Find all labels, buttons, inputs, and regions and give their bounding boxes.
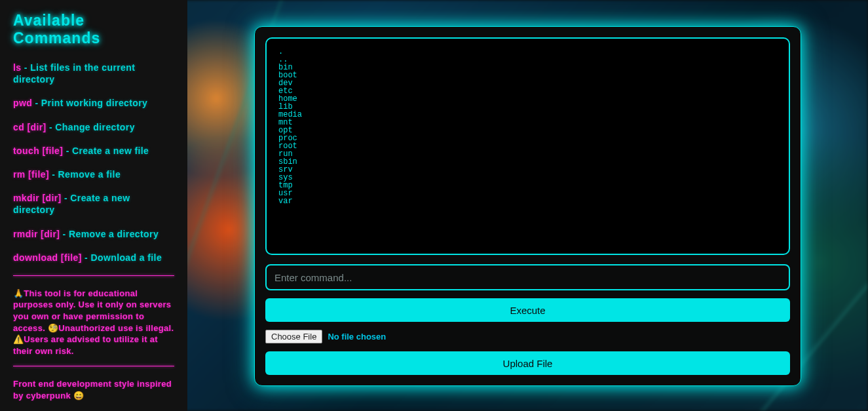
credit-text: Front end development style inspired by … <box>13 378 174 401</box>
command-name: mkdir [dir] <box>13 193 62 203</box>
choose-file-button[interactable]: Choose File <box>265 330 322 343</box>
command-name: pwd <box>13 98 32 108</box>
main-area: . .. bin boot dev etc home lib media mnt… <box>187 0 868 411</box>
file-upload-row: Choose File No file chosen <box>265 330 790 343</box>
command-item: mkdir [dir] - Create a new directory <box>13 192 174 216</box>
command-name: rm [file] <box>13 169 49 180</box>
disclaimer-text: 🙏This tool is for educational purposes o… <box>13 288 174 357</box>
sidebar-title: Available Commands <box>13 12 174 47</box>
execute-button[interactable]: Execute <box>265 298 790 322</box>
command-desc: Change directory <box>55 122 135 132</box>
command-item: pwd - Print working directory <box>13 97 174 109</box>
command-desc: Print working directory <box>41 98 147 108</box>
commands-sidebar: Available Commands ls - List files in th… <box>0 0 187 411</box>
monocle-icon: 🧐 <box>48 323 58 333</box>
command-item: download [file] - Download a file <box>13 252 174 264</box>
file-status-text: No file chosen <box>328 332 386 342</box>
command-name: cd [dir] <box>13 122 47 132</box>
warning-icon: ⚠️ <box>13 334 24 344</box>
command-item: ls - List files in the current directory <box>13 62 174 85</box>
command-item: rm [file] - Remove a file <box>13 168 174 180</box>
command-item: touch [file] - Create a new file <box>13 145 174 157</box>
command-name: download [file] <box>13 252 82 263</box>
divider <box>13 275 174 276</box>
command-item: cd [dir] - Change directory <box>13 121 174 133</box>
command-desc: Create a new file <box>72 146 149 156</box>
command-name: rmdir [dir] <box>13 229 60 239</box>
upload-file-button[interactable]: Upload File <box>265 351 790 375</box>
command-item: rmdir [dir] - Remove a directory <box>13 228 174 240</box>
command-input[interactable] <box>265 264 790 290</box>
pray-icon: 🙏 <box>13 288 24 298</box>
terminal-output[interactable]: . .. bin boot dev etc home lib media mnt… <box>265 37 790 255</box>
command-name: ls <box>13 62 21 73</box>
command-desc: Remove a file <box>58 169 121 180</box>
smile-icon: 😄 <box>73 391 84 401</box>
divider <box>13 366 174 366</box>
terminal-panel: . .. bin boot dev etc home lib media mnt… <box>254 26 801 386</box>
command-desc: List files in the current directory <box>13 62 135 85</box>
command-desc: Download a file <box>90 252 162 263</box>
command-name: touch [file] <box>13 146 63 156</box>
command-desc: Remove a directory <box>69 229 159 239</box>
command-list: ls - List files in the current directory… <box>13 62 174 264</box>
